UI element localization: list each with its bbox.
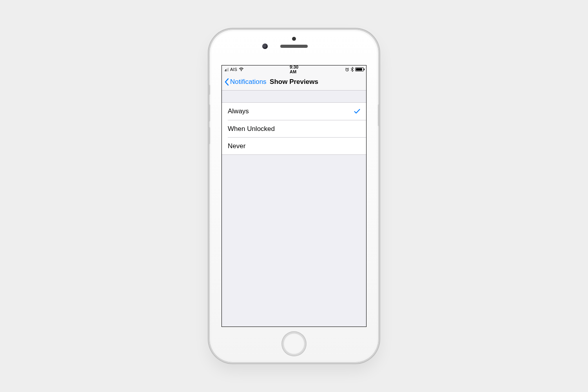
option-label: Always [228, 107, 354, 115]
option-never[interactable]: Never [228, 137, 366, 154]
status-bar: AIS 9:30 AM [222, 65, 366, 73]
volume-down-button [208, 127, 210, 144]
iphone-device-frame: AIS 9:30 AM [209, 29, 379, 363]
front-camera [262, 44, 268, 49]
alarm-icon [345, 67, 349, 72]
option-when-unlocked[interactable]: When Unlocked [228, 120, 366, 137]
screen: AIS 9:30 AM [221, 65, 367, 327]
options-group: Always When Unlocked [222, 102, 366, 155]
clock-label: 9:30 AM [290, 65, 298, 74]
bluetooth-icon [351, 67, 354, 72]
cell-signal-icon [224, 67, 229, 71]
carrier-label: AIS [230, 67, 237, 72]
navigation-bar: Notifications Show Previews [222, 73, 366, 91]
earpiece-speaker [280, 45, 308, 48]
back-label: Notifications [230, 78, 267, 86]
battery-icon [355, 67, 364, 71]
proximity-sensor [292, 37, 296, 41]
power-button [378, 104, 380, 126]
mute-switch [208, 85, 210, 95]
option-always[interactable]: Always [222, 103, 366, 120]
stage: AIS 9:30 AM [0, 0, 588, 392]
home-button[interactable] [281, 331, 307, 356]
checkmark-icon [354, 109, 360, 114]
wifi-icon [239, 67, 244, 71]
option-label: When Unlocked [228, 125, 354, 133]
volume-up-button [208, 104, 210, 122]
option-label: Never [228, 142, 354, 150]
chevron-left-icon [224, 78, 229, 86]
back-button[interactable]: Notifications [222, 73, 267, 90]
